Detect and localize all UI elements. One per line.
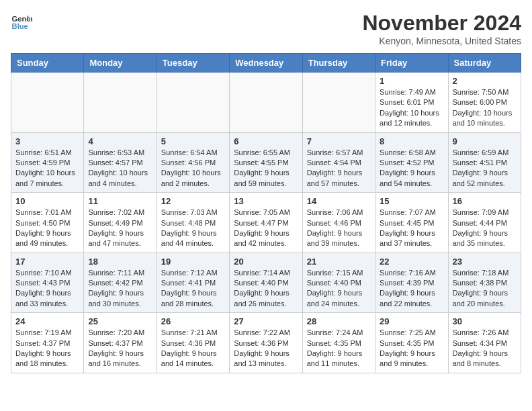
day-number: 13	[234, 196, 298, 206]
day-number: 25	[88, 316, 152, 326]
day-info: Sunrise: 7:09 AM Sunset: 4:44 PM Dayligh…	[453, 208, 517, 249]
calendar-cell: 24Sunrise: 7:19 AM Sunset: 4:37 PM Dayli…	[11, 313, 84, 373]
day-info: Sunrise: 7:05 AM Sunset: 4:47 PM Dayligh…	[234, 208, 298, 249]
weekday-header-wednesday: Wednesday	[230, 54, 302, 73]
day-number: 2	[453, 76, 517, 86]
location: Kenyon, Minnesota, United States	[362, 36, 521, 46]
calendar-cell: 30Sunrise: 7:26 AM Sunset: 4:34 PM Dayli…	[448, 313, 521, 373]
day-number: 29	[380, 316, 443, 326]
calendar-cell: 18Sunrise: 7:11 AM Sunset: 4:42 PM Dayli…	[84, 253, 157, 313]
day-info: Sunrise: 6:59 AM Sunset: 4:51 PM Dayligh…	[453, 148, 517, 189]
calendar-cell: 22Sunrise: 7:16 AM Sunset: 4:39 PM Dayli…	[375, 253, 448, 313]
weekday-header-saturday: Saturday	[448, 54, 521, 73]
day-info: Sunrise: 7:11 AM Sunset: 4:42 PM Dayligh…	[88, 268, 152, 310]
day-number: 4	[88, 136, 152, 146]
day-info: Sunrise: 6:51 AM Sunset: 4:59 PM Dayligh…	[15, 148, 79, 189]
day-number: 5	[161, 136, 225, 146]
calendar-cell: 27Sunrise: 7:22 AM Sunset: 4:36 PM Dayli…	[230, 313, 302, 373]
day-number: 16	[453, 196, 517, 206]
day-info: Sunrise: 7:20 AM Sunset: 4:37 PM Dayligh…	[88, 328, 152, 369]
calendar-cell: 16Sunrise: 7:09 AM Sunset: 4:44 PM Dayli…	[448, 193, 521, 253]
calendar-cell: 10Sunrise: 7:01 AM Sunset: 4:50 PM Dayli…	[11, 193, 84, 253]
calendar-cell	[157, 73, 229, 133]
day-info: Sunrise: 7:18 AM Sunset: 4:38 PM Dayligh…	[453, 268, 517, 310]
calendar-cell: 28Sunrise: 7:24 AM Sunset: 4:35 PM Dayli…	[302, 313, 375, 373]
day-info: Sunrise: 7:50 AM Sunset: 6:00 PM Dayligh…	[453, 87, 517, 129]
day-number: 30	[453, 316, 517, 326]
day-info: Sunrise: 7:26 AM Sunset: 4:34 PM Dayligh…	[453, 328, 517, 369]
calendar-cell	[11, 73, 84, 133]
day-info: Sunrise: 7:02 AM Sunset: 4:49 PM Dayligh…	[88, 208, 152, 249]
calendar-cell: 25Sunrise: 7:20 AM Sunset: 4:37 PM Dayli…	[84, 313, 157, 373]
weekday-header-row: SundayMondayTuesdayWednesdayThursdayFrid…	[11, 54, 521, 73]
calendar-cell	[302, 73, 375, 133]
page-header: General Blue November 2024 Kenyon, Minne…	[11, 11, 521, 46]
day-info: Sunrise: 6:57 AM Sunset: 4:54 PM Dayligh…	[307, 148, 371, 189]
day-number: 18	[88, 257, 152, 267]
calendar-week-2: 3Sunrise: 6:51 AM Sunset: 4:59 PM Daylig…	[11, 132, 521, 193]
day-number: 9	[453, 136, 517, 146]
day-info: Sunrise: 6:53 AM Sunset: 4:57 PM Dayligh…	[88, 148, 152, 189]
calendar-cell: 14Sunrise: 7:06 AM Sunset: 4:46 PM Dayli…	[302, 193, 375, 253]
calendar-cell: 6Sunrise: 6:55 AM Sunset: 4:55 PM Daylig…	[230, 132, 302, 193]
calendar-cell: 29Sunrise: 7:25 AM Sunset: 4:35 PM Dayli…	[375, 313, 448, 373]
weekday-header-tuesday: Tuesday	[157, 54, 229, 73]
calendar-week-5: 24Sunrise: 7:19 AM Sunset: 4:37 PM Dayli…	[11, 313, 521, 373]
day-number: 22	[380, 257, 443, 267]
day-number: 28	[307, 316, 371, 326]
calendar-cell: 2Sunrise: 7:50 AM Sunset: 6:00 PM Daylig…	[448, 73, 521, 133]
calendar-cell: 9Sunrise: 6:59 AM Sunset: 4:51 PM Daylig…	[448, 132, 521, 193]
day-info: Sunrise: 6:54 AM Sunset: 4:56 PM Dayligh…	[161, 148, 225, 189]
calendar-cell: 19Sunrise: 7:12 AM Sunset: 4:41 PM Dayli…	[157, 253, 229, 313]
day-number: 14	[307, 196, 371, 206]
day-info: Sunrise: 7:22 AM Sunset: 4:36 PM Dayligh…	[234, 328, 298, 369]
calendar-cell: 11Sunrise: 7:02 AM Sunset: 4:49 PM Dayli…	[84, 193, 157, 253]
day-number: 23	[453, 257, 517, 267]
calendar-cell: 13Sunrise: 7:05 AM Sunset: 4:47 PM Dayli…	[230, 193, 302, 253]
day-info: Sunrise: 7:01 AM Sunset: 4:50 PM Dayligh…	[15, 208, 79, 249]
calendar-cell: 26Sunrise: 7:21 AM Sunset: 4:36 PM Dayli…	[157, 313, 229, 373]
day-number: 3	[15, 136, 79, 146]
weekday-header-thursday: Thursday	[302, 54, 375, 73]
calendar-week-1: 1Sunrise: 7:49 AM Sunset: 6:01 PM Daylig…	[11, 73, 521, 133]
day-number: 15	[380, 196, 443, 206]
day-number: 7	[307, 136, 371, 146]
calendar-cell: 1Sunrise: 7:49 AM Sunset: 6:01 PM Daylig…	[375, 73, 448, 133]
calendar-cell: 15Sunrise: 7:07 AM Sunset: 4:45 PM Dayli…	[375, 193, 448, 253]
calendar-cell: 21Sunrise: 7:15 AM Sunset: 4:40 PM Dayli…	[302, 253, 375, 313]
day-info: Sunrise: 7:12 AM Sunset: 4:41 PM Dayligh…	[161, 268, 225, 310]
day-info: Sunrise: 6:55 AM Sunset: 4:55 PM Dayligh…	[234, 148, 298, 189]
day-number: 12	[161, 196, 225, 206]
day-info: Sunrise: 7:24 AM Sunset: 4:35 PM Dayligh…	[307, 328, 371, 369]
day-info: Sunrise: 7:06 AM Sunset: 4:46 PM Dayligh…	[307, 208, 371, 249]
day-info: Sunrise: 7:16 AM Sunset: 4:39 PM Dayligh…	[380, 268, 443, 310]
calendar-cell: 3Sunrise: 6:51 AM Sunset: 4:59 PM Daylig…	[11, 132, 84, 193]
logo-icon: General Blue	[11, 11, 32, 32]
day-number: 26	[161, 316, 225, 326]
weekday-header-friday: Friday	[375, 54, 448, 73]
calendar-cell: 4Sunrise: 6:53 AM Sunset: 4:57 PM Daylig…	[84, 132, 157, 193]
calendar-cell: 5Sunrise: 6:54 AM Sunset: 4:56 PM Daylig…	[157, 132, 229, 193]
day-number: 21	[307, 257, 371, 267]
svg-text:Blue: Blue	[12, 22, 28, 30]
calendar-cell: 12Sunrise: 7:03 AM Sunset: 4:48 PM Dayli…	[157, 193, 229, 253]
calendar-week-3: 10Sunrise: 7:01 AM Sunset: 4:50 PM Dayli…	[11, 193, 521, 253]
calendar-cell: 17Sunrise: 7:10 AM Sunset: 4:43 PM Dayli…	[11, 253, 84, 313]
day-info: Sunrise: 7:10 AM Sunset: 4:43 PM Dayligh…	[15, 268, 79, 310]
logo: General Blue	[11, 11, 32, 32]
day-number: 24	[15, 316, 79, 326]
day-number: 20	[234, 257, 298, 267]
day-info: Sunrise: 7:07 AM Sunset: 4:45 PM Dayligh…	[380, 208, 443, 249]
day-number: 19	[161, 257, 225, 267]
calendar-cell: 20Sunrise: 7:14 AM Sunset: 4:40 PM Dayli…	[230, 253, 302, 313]
day-info: Sunrise: 7:14 AM Sunset: 4:40 PM Dayligh…	[234, 268, 298, 310]
calendar-cell: 23Sunrise: 7:18 AM Sunset: 4:38 PM Dayli…	[448, 253, 521, 313]
calendar-cell: 8Sunrise: 6:58 AM Sunset: 4:52 PM Daylig…	[375, 132, 448, 193]
day-number: 10	[15, 196, 79, 206]
calendar-cell	[84, 73, 157, 133]
day-number: 6	[234, 136, 298, 146]
title-block: November 2024 Kenyon, Minnesota, United …	[362, 11, 521, 46]
day-info: Sunrise: 7:25 AM Sunset: 4:35 PM Dayligh…	[380, 328, 443, 369]
day-info: Sunrise: 7:21 AM Sunset: 4:36 PM Dayligh…	[161, 328, 225, 369]
day-number: 1	[380, 76, 443, 86]
